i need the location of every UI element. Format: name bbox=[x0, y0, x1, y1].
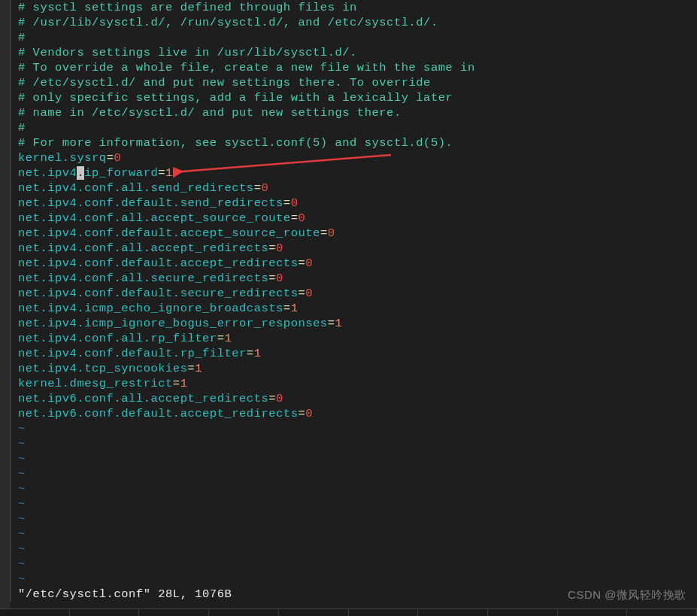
setting-key: net.ipv4.conf.all.secure_redirects bbox=[18, 272, 268, 285]
setting-value: 1 bbox=[165, 166, 173, 180]
setting-key: net.ipv4.conf.default.accept_redirects bbox=[18, 256, 298, 270]
equals-sign: = bbox=[247, 347, 254, 360]
setting-value: 1 bbox=[335, 317, 342, 330]
equals-sign: = bbox=[268, 272, 276, 285]
setting-value: 1 bbox=[180, 377, 188, 390]
setting-line: net.ipv4.conf.all.accept_redirects=0 bbox=[18, 241, 697, 256]
setting-line: net.ipv4.icmp_echo_ignore_broadcasts=1 bbox=[18, 301, 697, 316]
setting-value: 0 bbox=[114, 151, 121, 165]
empty-line-tilde: ~ bbox=[18, 467, 26, 481]
comment-line: # only specific settings, add a file wit… bbox=[18, 91, 453, 105]
setting-value: 1 bbox=[254, 347, 262, 360]
comment-line: # name in /etc/sysctl.d/ and put new set… bbox=[18, 106, 402, 120]
equals-sign: = bbox=[298, 407, 305, 420]
comment-line: # Vendors settings live in /usr/lib/sysc… bbox=[18, 46, 357, 59]
vim-status-line: "/etc/sysctl.conf" 28L, 1076B bbox=[18, 587, 232, 601]
empty-line-tilde: ~ bbox=[18, 542, 26, 556]
setting-line: kernel.sysrq=0 bbox=[18, 150, 697, 165]
comment-line: # bbox=[18, 31, 26, 44]
setting-line: net.ipv4.icmp_ignore_bogus_error_respons… bbox=[18, 316, 697, 331]
comment-line: # /usr/lib/sysctl.d/, /run/sysctl.d/, an… bbox=[18, 16, 438, 29]
setting-line: net.ipv4.conf.default.rp_filter=1 bbox=[18, 346, 697, 361]
setting-line: net.ipv4.conf.default.secure_redirects=0 bbox=[18, 286, 697, 301]
setting-value: 1 bbox=[224, 332, 232, 345]
setting-line: net.ipv4.conf.all.secure_redirects=0 bbox=[18, 271, 697, 286]
setting-line: kernel.dmesg_restrict=1 bbox=[18, 376, 697, 391]
equals-sign: = bbox=[254, 181, 262, 195]
setting-line: net.ipv4.conf.all.send_redirects=0 bbox=[18, 181, 697, 196]
empty-line-tilde: ~ bbox=[18, 557, 26, 571]
watermark-text: CSDN @微风轻吟挽歌 bbox=[568, 587, 686, 602]
setting-key: net.ipv6.conf.all.accept_redirects bbox=[18, 392, 268, 405]
text-cursor: . bbox=[77, 166, 84, 180]
setting-line: net.ipv6.conf.default.accept_redirects=0 bbox=[18, 406, 697, 421]
setting-value: 1 bbox=[291, 302, 298, 315]
comment-line: # For more information, see sysctl.conf(… bbox=[18, 136, 453, 150]
equals-sign: = bbox=[283, 196, 291, 210]
equals-sign: = bbox=[107, 151, 114, 165]
empty-line-tilde: ~ bbox=[18, 452, 26, 466]
setting-key: net.ipv4.conf.default.accept_source_rout… bbox=[18, 226, 320, 240]
setting-key: kernel.sysrq bbox=[18, 151, 107, 165]
comment-line: # /etc/sysctl.d/ and put new settings th… bbox=[18, 76, 431, 90]
setting-value: 0 bbox=[291, 196, 298, 210]
empty-line-tilde: ~ bbox=[18, 572, 26, 586]
setting-line: net.ipv6.conf.all.accept_redirects=0 bbox=[18, 391, 697, 406]
setting-line: net.ipv4.ip_forward=1 bbox=[18, 165, 697, 181]
setting-key: net.ipv6.conf.default.accept_redirects bbox=[18, 407, 298, 420]
setting-line: net.ipv4.conf.all.accept_source_route=0 bbox=[18, 211, 697, 226]
equals-sign: = bbox=[328, 317, 335, 330]
equals-sign: = bbox=[217, 332, 225, 345]
setting-value: 0 bbox=[305, 256, 313, 270]
empty-line-tilde: ~ bbox=[18, 527, 26, 541]
setting-value: 0 bbox=[261, 181, 268, 195]
setting-key: kernel.dmesg_restrict bbox=[18, 377, 173, 390]
equals-sign: = bbox=[268, 392, 276, 405]
setting-value: 1 bbox=[195, 362, 202, 375]
setting-key: net.ipv4.conf.all.accept_redirects bbox=[18, 241, 268, 255]
equals-sign: = bbox=[320, 226, 328, 240]
equals-sign: = bbox=[187, 362, 195, 375]
empty-line-tilde: ~ bbox=[18, 512, 26, 526]
setting-line: net.ipv4.conf.all.rp_filter=1 bbox=[18, 331, 697, 346]
comment-line: # bbox=[18, 121, 26, 135]
setting-key: net.ipv4.tcp_syncookies bbox=[18, 362, 187, 375]
equals-sign: = bbox=[268, 241, 276, 255]
equals-sign: = bbox=[291, 211, 298, 225]
equals-sign: = bbox=[173, 377, 180, 390]
empty-line-tilde: ~ bbox=[18, 497, 26, 511]
bottom-tab-strip bbox=[0, 608, 697, 616]
setting-value: 0 bbox=[305, 407, 313, 420]
setting-line: net.ipv4.conf.default.send_redirects=0 bbox=[18, 196, 697, 211]
equals-sign: = bbox=[283, 302, 291, 315]
setting-key: net.ipv4.conf.all.rp_filter bbox=[18, 332, 217, 345]
empty-line-tilde: ~ bbox=[18, 482, 26, 496]
setting-key: net.ipv4.conf.default.send_redirects bbox=[18, 196, 283, 210]
setting-line: net.ipv4.conf.default.accept_source_rout… bbox=[18, 226, 697, 241]
setting-line: net.ipv4.tcp_syncookies=1 bbox=[18, 361, 697, 376]
setting-value: 0 bbox=[276, 272, 283, 285]
setting-key: net.ipv4.icmp_ignore_bogus_error_respons… bbox=[18, 317, 328, 330]
setting-key: net.ipv4.icmp_echo_ignore_broadcasts bbox=[18, 302, 283, 315]
setting-key: net.ipv4.conf.default.rp_filter bbox=[18, 347, 247, 360]
equals-sign: = bbox=[158, 166, 165, 180]
empty-line-tilde: ~ bbox=[18, 437, 26, 451]
setting-value: 0 bbox=[298, 211, 305, 225]
scrollbar-left-gutter[interactable] bbox=[0, 0, 10, 616]
equals-sign: = bbox=[298, 287, 305, 300]
setting-value: 0 bbox=[276, 241, 283, 255]
equals-sign: = bbox=[298, 256, 305, 270]
setting-key: net.ipv4.conf.default.secure_redirects bbox=[18, 287, 298, 300]
setting-value: 0 bbox=[276, 392, 283, 405]
setting-key: net.ipv4.conf.all.accept_source_route bbox=[18, 211, 291, 225]
editor-viewport[interactable]: # sysctl settings are defined through fi… bbox=[10, 0, 697, 602]
setting-value: 0 bbox=[328, 226, 335, 240]
setting-key: net.ipv4.conf.all.send_redirects bbox=[18, 181, 254, 195]
empty-line-tilde: ~ bbox=[18, 422, 26, 435]
setting-value: 0 bbox=[305, 287, 313, 300]
comment-line: # sysctl settings are defined through fi… bbox=[18, 1, 357, 14]
comment-line: # To override a whole file, create a new… bbox=[18, 61, 475, 74]
setting-line: net.ipv4.conf.default.accept_redirects=0 bbox=[18, 256, 697, 271]
